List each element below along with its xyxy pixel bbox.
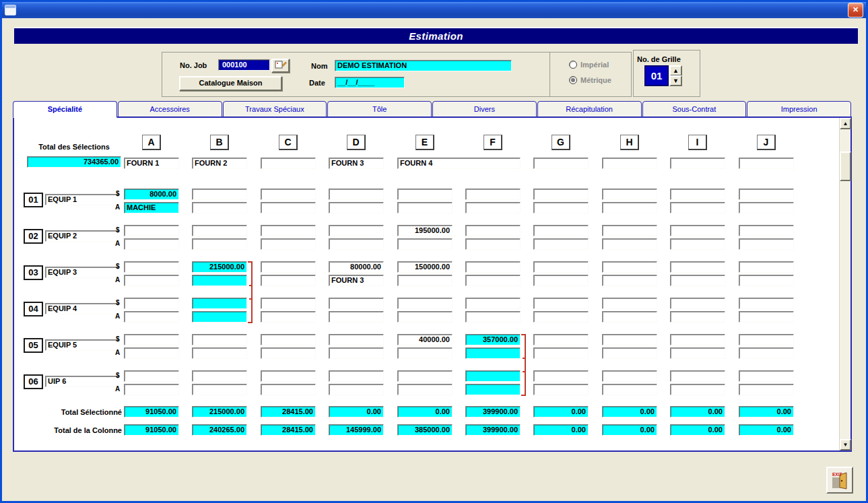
tab-accessoires[interactable]: Accessoires xyxy=(118,101,222,117)
cell-04-A-amount[interactable] xyxy=(124,298,179,309)
close-button[interactable]: ✕ xyxy=(848,3,863,18)
cell-05-B-unit[interactable] xyxy=(192,347,247,359)
cell-03-J-unit[interactable] xyxy=(739,275,794,286)
scroll-thumb[interactable] xyxy=(840,152,851,181)
cell-03-E-unit[interactable] xyxy=(397,275,453,286)
cell-02-G-unit[interactable] xyxy=(533,238,589,250)
tab-tole[interactable]: Tôle xyxy=(327,101,432,117)
supplier-field-G[interactable] xyxy=(533,158,589,169)
row-label-03[interactable]: EQUIP 3 xyxy=(45,267,120,278)
imperial-radio[interactable] xyxy=(569,61,577,69)
cell-06-A-unit[interactable] xyxy=(124,384,179,395)
cell-04-B-amount[interactable] xyxy=(192,298,247,309)
cell-01-A-amount[interactable]: 8000.00 xyxy=(124,189,179,200)
scroll-down-icon[interactable]: ▼ xyxy=(840,439,851,450)
tab-sous-contrat[interactable]: Sous-Contrat xyxy=(642,101,747,117)
cell-04-J-amount[interactable] xyxy=(739,298,794,309)
cell-06-H-amount[interactable] xyxy=(602,370,657,382)
cell-04-B-unit[interactable] xyxy=(192,311,247,323)
cell-03-B-unit[interactable] xyxy=(192,275,247,286)
tab-impression[interactable]: Impression xyxy=(747,101,851,117)
cell-05-F-amount[interactable]: 357000.00 xyxy=(465,334,521,345)
cell-01-G-amount[interactable] xyxy=(533,189,589,200)
cell-05-H-unit[interactable] xyxy=(602,347,657,359)
cell-06-J-amount[interactable] xyxy=(739,370,794,382)
cell-06-D-unit[interactable] xyxy=(329,384,384,395)
exit-button[interactable]: EXIT xyxy=(826,467,853,494)
cell-01-J-amount[interactable] xyxy=(739,189,794,200)
cell-06-F-amount[interactable] xyxy=(465,370,521,382)
cell-03-H-unit[interactable] xyxy=(602,275,657,286)
cell-06-I-amount[interactable] xyxy=(670,370,725,382)
cell-05-F-unit[interactable] xyxy=(465,347,521,359)
cell-03-D-amount[interactable]: 80000.00 xyxy=(329,261,384,273)
cell-03-A-unit[interactable] xyxy=(124,275,179,286)
cell-02-J-unit[interactable] xyxy=(739,238,794,250)
cell-06-B-unit[interactable] xyxy=(192,384,247,395)
cell-03-A-amount[interactable] xyxy=(124,261,179,273)
date-field[interactable]: __/__/____ xyxy=(335,77,405,88)
row-label-01[interactable]: EQUIP 1 xyxy=(45,194,120,205)
cell-01-F-amount[interactable] xyxy=(465,189,521,200)
cell-05-G-unit[interactable] xyxy=(533,347,589,359)
cell-06-B-amount[interactable] xyxy=(192,370,247,382)
cell-05-C-amount[interactable] xyxy=(261,334,316,345)
cell-03-D-unit[interactable]: FOURN 3 xyxy=(329,275,384,286)
cell-02-E-unit[interactable] xyxy=(397,238,453,250)
supplier-field-A[interactable]: FOURN 1 xyxy=(124,158,179,169)
cell-03-F-unit[interactable] xyxy=(465,275,521,286)
cell-01-B-amount[interactable] xyxy=(192,189,247,200)
cell-05-E-unit[interactable] xyxy=(397,347,453,359)
cell-06-G-amount[interactable] xyxy=(533,370,589,382)
cell-06-C-amount[interactable] xyxy=(261,370,316,382)
cell-03-J-amount[interactable] xyxy=(739,261,794,273)
supplier-field-D[interactable]: FOURN 3 xyxy=(329,158,384,169)
cell-01-D-unit[interactable] xyxy=(329,202,384,213)
job-lookup-button[interactable] xyxy=(271,59,290,73)
cell-04-H-unit[interactable] xyxy=(602,311,657,323)
cell-03-E-amount[interactable]: 150000.00 xyxy=(397,261,453,273)
supplier-field-H[interactable] xyxy=(602,158,657,169)
cell-05-G-amount[interactable] xyxy=(533,334,589,345)
cell-03-I-amount[interactable] xyxy=(670,261,725,273)
cell-01-B-unit[interactable] xyxy=(192,202,247,213)
cell-04-J-unit[interactable] xyxy=(739,311,794,323)
cell-01-C-amount[interactable] xyxy=(261,189,316,200)
cell-04-F-unit[interactable] xyxy=(465,311,521,323)
cell-02-B-unit[interactable] xyxy=(192,238,247,250)
cell-05-B-amount[interactable] xyxy=(192,334,247,345)
cell-05-J-unit[interactable] xyxy=(739,347,794,359)
cell-02-H-unit[interactable] xyxy=(602,238,657,250)
cell-04-G-amount[interactable] xyxy=(533,298,589,309)
cell-05-C-unit[interactable] xyxy=(261,347,316,359)
tab-divers[interactable]: Divers xyxy=(432,101,537,117)
cell-01-C-unit[interactable] xyxy=(261,202,316,213)
cell-02-C-amount[interactable] xyxy=(261,225,316,236)
cell-05-H-amount[interactable] xyxy=(602,334,657,345)
cell-04-A-unit[interactable] xyxy=(124,311,179,323)
cell-02-C-unit[interactable] xyxy=(261,238,316,250)
cell-06-J-unit[interactable] xyxy=(739,384,794,395)
row-label-02[interactable]: EQUIP 2 xyxy=(45,230,120,242)
cell-05-D-amount[interactable] xyxy=(329,334,384,345)
cell-02-B-amount[interactable] xyxy=(192,225,247,236)
cell-04-C-amount[interactable] xyxy=(261,298,316,309)
cell-05-D-unit[interactable] xyxy=(329,347,384,359)
row-label-04[interactable]: EQUIP 4 xyxy=(45,303,120,314)
supplier-field-C[interactable] xyxy=(261,158,316,169)
cell-05-A-unit[interactable] xyxy=(124,347,179,359)
titlebar[interactable]: ✕ xyxy=(2,2,866,18)
vertical-scrollbar[interactable]: ▲ ▼ xyxy=(839,118,850,450)
cell-06-A-amount[interactable] xyxy=(124,370,179,382)
cell-06-H-unit[interactable] xyxy=(602,384,657,395)
grille-number-field[interactable]: 01 xyxy=(644,65,669,86)
cell-01-E-amount[interactable] xyxy=(397,189,453,200)
cell-03-G-amount[interactable] xyxy=(533,261,589,273)
cell-04-D-unit[interactable] xyxy=(329,311,384,323)
cell-02-D-unit[interactable] xyxy=(329,238,384,250)
cell-04-D-amount[interactable] xyxy=(329,298,384,309)
cell-05-I-unit[interactable] xyxy=(670,347,725,359)
cell-01-H-unit[interactable] xyxy=(602,202,657,213)
cell-05-A-amount[interactable] xyxy=(124,334,179,345)
cell-02-J-amount[interactable] xyxy=(739,225,794,236)
